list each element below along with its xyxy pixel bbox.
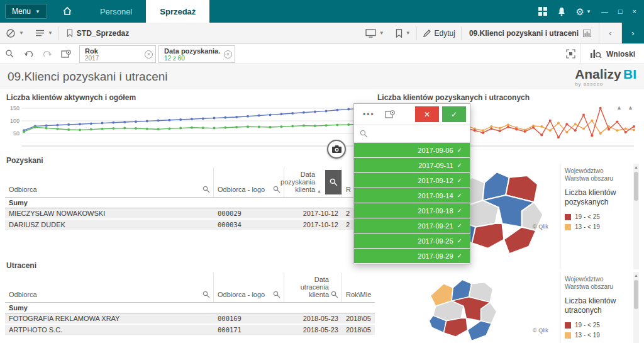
clear-selections-button[interactable] — [57, 44, 75, 64]
undo-icon — [24, 50, 33, 59]
poland-choropleth-map[interactable] — [415, 274, 509, 343]
active-search-button[interactable] — [325, 170, 341, 194]
scrollbar[interactable]: ▲ — [633, 164, 639, 269]
title-bar: 09.Klienci pozyskani i utraceni Analizy … — [0, 64, 644, 89]
date-option[interactable]: 2017-09-11 ✓ — [354, 158, 470, 173]
search-icon[interactable] — [203, 291, 210, 298]
table-row[interactable]: DARIUSZ DUDEK 000034 2017-10-12 2 — [5, 220, 375, 231]
sort-asc-icon: ▲ — [317, 189, 321, 193]
date-option[interactable]: 2017-09-18 ✓ — [354, 203, 470, 218]
minimize-icon[interactable]: — — [601, 8, 608, 15]
bookmarks-button[interactable]: ▼ — [390, 23, 416, 43]
insights-button[interactable]: Wnioski — [580, 44, 644, 64]
search-icon[interactable] — [331, 291, 338, 298]
selections-tool-button[interactable] — [562, 44, 580, 64]
home-button[interactable] — [58, 0, 76, 23]
insights-label: Wnioski — [606, 50, 635, 59]
table-row[interactable]: ARTPHOTO S.C. 000171 2018-05-23 2018\05 — [5, 325, 375, 336]
search-icon[interactable] — [273, 186, 280, 193]
sheet-list-button[interactable]: ▼ — [30, 23, 58, 43]
table-header: Odbiorca Odbiorca - logo Data pozyskania… — [5, 167, 375, 198]
search-icon[interactable] — [273, 291, 280, 298]
clear-selection-icon[interactable] — [380, 110, 400, 119]
selections-bar-right: Wnioski — [562, 44, 644, 64]
more-options-icon[interactable]: ••• — [358, 110, 380, 119]
cell-date: 2018-05-23 — [284, 326, 342, 334]
date-option-label: 2017-09-12 — [418, 177, 453, 184]
line-chart-active-clients[interactable]: 50100150 — [5, 102, 365, 152]
date-option[interactable]: 2017-09-14 ✓ — [354, 188, 470, 203]
popup-header: ••• ✕ ✓ — [354, 104, 470, 125]
table-row[interactable]: FOTOGRAFIA REKLAMOWA XRAY 000169 2018-05… — [5, 313, 375, 325]
column-header-logo[interactable]: Odbiorca - logo — [214, 167, 284, 197]
sums-row: Sumy — [5, 198, 375, 208]
date-option[interactable]: 2017-09-06 ✓ — [354, 143, 470, 158]
snapshot-button[interactable] — [327, 140, 346, 159]
brand-accent: BI — [623, 67, 636, 81]
column-header-logo[interactable]: Odbiorca - logo — [214, 273, 284, 302]
remove-filter-icon[interactable]: × — [224, 50, 232, 59]
cancel-selection-button[interactable]: ✕ — [415, 106, 439, 122]
table-body: FOTOGRAFIA REKLAMOWA XRAY 000169 2018-05… — [5, 313, 375, 336]
tab-personel[interactable]: Personel — [86, 0, 146, 23]
chevron-down-icon: ▼ — [19, 30, 24, 36]
frame-icon — [566, 49, 575, 59]
date-option[interactable]: 2017-09-25 ✓ — [354, 233, 470, 249]
selections-search-button[interactable] — [0, 44, 19, 64]
date-option[interactable]: 2017-09-29 ✓ — [354, 249, 470, 264]
filter-chip[interactable]: Data pozyskania... 12 z 60 × — [158, 45, 235, 63]
settings-button[interactable]: ⚙ ▼ — [576, 7, 591, 16]
search-input[interactable] — [372, 130, 464, 138]
date-options-list: 2017-09-06 ✓ 2017-09-11 ✓ 2017-09-12 ✓ 2… — [354, 143, 470, 264]
scrollbar-thumb[interactable] — [634, 280, 638, 309]
column-header-rok[interactable]: Rok\Mie — [342, 273, 375, 302]
search-icon[interactable] — [203, 186, 210, 193]
filter-chip[interactable]: Rok 2017 × — [79, 45, 156, 63]
cell-date: 2018-05-23 — [284, 315, 342, 322]
global-menu-button[interactable]: ▼ — [0, 23, 30, 43]
date-option[interactable]: 2017-09-12 ✓ — [354, 173, 470, 188]
cell-date: 2017-10-12 — [284, 221, 342, 228]
column-header-odbiorca[interactable]: Odbiorca — [5, 167, 214, 197]
presentation-button[interactable]: ▼ — [360, 23, 390, 43]
confirm-selection-button[interactable]: ✓ — [442, 106, 466, 122]
next-sheet-button[interactable]: › — [621, 23, 644, 43]
date-option-label: 2017-09-21 — [418, 222, 453, 230]
legend-swatch — [565, 214, 571, 220]
map-copyright: © Qlik — [533, 223, 548, 230]
column-header-data-pozyskania[interactable]: Data pozyskania klienta▲ — [284, 167, 342, 197]
prev-sheet-button[interactable]: ‹ — [599, 23, 621, 43]
table-body: MIECZYSŁAW NOWAKOWSKI 000029 2017-10-12 … — [5, 208, 375, 231]
date-option[interactable]: 2017-09-21 ✓ — [354, 218, 470, 233]
remove-filter-icon[interactable]: × — [145, 50, 153, 59]
layer-type: Warstwa obszaru — [565, 283, 629, 291]
table-header: Odbiorca Odbiorca - logo Data utracenia … — [5, 273, 375, 303]
bell-icon[interactable] — [557, 7, 566, 16]
check-icon: ✓ — [457, 207, 462, 214]
sheet-selector[interactable]: 09.Klienci pozyskani i utraceni — [462, 29, 599, 38]
close-icon[interactable]: × — [633, 8, 636, 15]
scrollbar[interactable]: ▲ — [633, 272, 639, 343]
edit-button[interactable]: Edytuj — [417, 23, 461, 43]
scroll-up-icon[interactable]: ▲ — [633, 164, 639, 171]
tab-sprzedaż[interactable]: Sprzedaż — [146, 0, 209, 23]
scroll-up-icon[interactable]: ▲ — [633, 273, 639, 279]
scrollbar-thumb[interactable] — [634, 172, 638, 201]
chevron-down-icon: ▼ — [48, 30, 53, 36]
apps-grid-icon[interactable] — [538, 7, 547, 16]
sums-label: Sumy — [5, 199, 214, 206]
list-icon — [35, 29, 45, 37]
table-row[interactable]: MIECZYSŁAW NOWAKOWSKI 000029 2017-10-12 … — [5, 208, 375, 220]
menu-button[interactable]: Menu ▼ — [5, 4, 47, 19]
date-option-label: 2017-09-25 — [418, 237, 453, 245]
column-header-data-utracenia[interactable]: Data utracenia klienta — [284, 273, 342, 302]
app-name: STD_Sprzedaz — [59, 29, 136, 38]
section-title-utraceni: Utraceni — [6, 261, 36, 270]
search-icon — [5, 49, 14, 59]
legend-measure: Liczba klientów pozyskanych — [565, 188, 623, 207]
step-back-button[interactable] — [19, 44, 38, 64]
step-forward-button[interactable] — [38, 44, 57, 64]
column-header-odbiorca[interactable]: Odbiorca — [5, 273, 214, 302]
maximize-icon[interactable]: □ — [618, 8, 623, 15]
cell-rok: 2018\05 — [342, 326, 375, 334]
